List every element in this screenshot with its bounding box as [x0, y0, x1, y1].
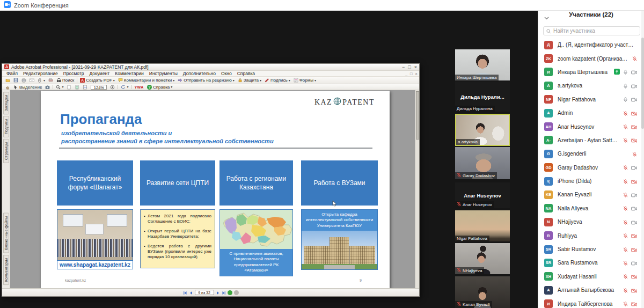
participant-row[interactable]: AАлтынай Батырбекова: [538, 283, 641, 297]
video-tile-6[interactable]: Nigar Fattahova: [455, 210, 510, 241]
menu-5[interactable]: Комментарии: [112, 71, 147, 76]
doc-minimize-button[interactable]: _: [405, 71, 407, 76]
participant-row[interactable]: RRuhiyya: [538, 229, 641, 242]
first-page-button[interactable]: [183, 288, 187, 297]
document-scrollbar[interactable]: [415, 90, 419, 288]
tb2-page-width[interactable]: [81, 84, 89, 90]
tb1-print-color[interactable]: [47, 77, 55, 84]
participant-row[interactable]: SRSabir Rustamov: [538, 243, 641, 256]
participant-status-icons: [623, 122, 637, 131]
participant-name: Kanan Eyvazli: [558, 192, 620, 197]
search-input[interactable]: [553, 28, 637, 34]
view-mode-alt-icon[interactable]: [234, 290, 239, 295]
tb2-hand[interactable]: [4, 84, 12, 90]
participant-row[interactable]: ИИнкара Шертышева: [538, 65, 641, 79]
tb1-label: Создать PDF: [86, 78, 112, 83]
nav-tab-1[interactable]: Закладки: [3, 92, 9, 114]
page-indicator[interactable]: 9 из 32: [195, 290, 214, 295]
menu-4[interactable]: Документ: [87, 71, 113, 76]
tb1-save[interactable]: [12, 77, 20, 84]
maximize-button[interactable]: □: [408, 65, 411, 70]
tb2-zoom-value[interactable]: 124%: [91, 85, 107, 90]
video-tile-1[interactable]: Инкара Шертышева: [455, 49, 510, 80]
last-page-button[interactable]: [222, 288, 226, 297]
tb1-paperclip[interactable]: ▾: [36, 77, 47, 84]
participant-row[interactable]: ZKzoom kazpatent (Организатор): [538, 52, 641, 65]
menu-2[interactable]: Редактирование: [20, 71, 61, 76]
tb1-review[interactable]: Отправить на рецензию▾: [176, 77, 236, 84]
view-mode-icon[interactable]: [228, 290, 232, 295]
nav-tab-3[interactable]: Страницы: [3, 139, 9, 163]
participant-row[interactable]: AAdmin: [538, 106, 641, 120]
menu-3[interactable]: Просмотр: [61, 71, 87, 76]
menu-1[interactable]: Файл: [4, 71, 20, 76]
tb2-page-fit[interactable]: [73, 84, 81, 90]
avatar: KE: [544, 190, 553, 199]
participants-scrollbar[interactable]: [641, 0, 644, 308]
mic-muted-icon: [623, 122, 628, 131]
avatar: XH: [544, 272, 553, 281]
participant-row[interactable]: KEKanan Eyvazli: [538, 188, 641, 201]
tb2-button-13[interactable]: YWA: [133, 84, 145, 90]
participant-row[interactable]: ДД.. (Я, идентификатор участника: 447846…: [538, 38, 641, 52]
participant-row[interactable]: GDGaray Dadashov: [538, 161, 641, 174]
tb1-lock[interactable]: Защита▾: [236, 77, 263, 84]
participant-name: Алтынай Батырбекова: [558, 287, 620, 293]
participant-row[interactable]: NNHajiyeva: [538, 215, 641, 229]
tb2-help[interactable]: ?Справка▾: [145, 84, 174, 90]
tb1-pen[interactable]: Подпись▾: [263, 77, 292, 84]
tb2-zoom-in[interactable]: [108, 84, 116, 90]
avatar: NA: [544, 204, 553, 212]
nav-tab-bottom-2[interactable]: Комментарии: [3, 255, 9, 285]
tb2-rotate[interactable]: ▾: [119, 84, 130, 90]
tile-name-text: Kanan Eyvazli: [463, 302, 490, 307]
menu-6[interactable]: Инструменты: [147, 71, 180, 76]
tb2-select-arrow[interactable]: Выделение: [12, 84, 43, 90]
mic-muted-icon: [623, 299, 628, 308]
tb2-zoom-level[interactable]: 124%: [89, 84, 108, 90]
participant-row[interactable]: NFNigar Fattahova: [538, 93, 641, 106]
menu-8[interactable]: Окно: [218, 71, 235, 76]
participant-row[interactable]: XHXudayat Hasanli: [538, 270, 641, 283]
doc-restore-button[interactable]: □: [410, 71, 413, 76]
participant-row[interactable]: GG.isgenderli: [538, 147, 641, 160]
video-tile-5[interactable]: Anar HuseynovAnar Huseynov: [455, 182, 510, 208]
tb1-comment[interactable]: Комментарии и пометки▾: [116, 77, 176, 84]
tb1-open-folder[interactable]: [4, 77, 12, 84]
participant-row[interactable]: A-Azerbaijan - Aytan Sattarzada: [538, 134, 641, 147]
next-page-button[interactable]: [216, 288, 220, 297]
participant-row[interactable]: ИИндира Тайбергенова: [538, 297, 641, 308]
participant-row[interactable]: SRSara Rustamova: [538, 256, 641, 269]
acrobat-toolbar-tasks: ▾ПоискСоздать PDF▾Комментарии и пометки▾…: [2, 77, 419, 84]
participant-row[interactable]: AHAnar Huseynov: [538, 120, 641, 133]
participant-search[interactable]: [543, 26, 640, 35]
participant-row[interactable]: I(iPhone (Dilda): [538, 174, 641, 188]
doc-close-button[interactable]: ×: [415, 71, 418, 76]
video-tile-7[interactable]: NHajiyeva: [455, 243, 510, 274]
menu-7[interactable]: Дополнительно: [180, 71, 218, 76]
video-tile-2[interactable]: Дильда Нурали...Дильда Нуралина: [455, 82, 510, 112]
minimize-button[interactable]: −: [402, 65, 405, 70]
close-button[interactable]: ×: [414, 65, 417, 70]
tb2-page-actual[interactable]: [65, 84, 73, 90]
nav-tab-bottom-1[interactable]: Вложенные файлы: [3, 213, 9, 253]
participant-row[interactable]: NANaila Aliyeva: [538, 202, 641, 215]
participant-row[interactable]: Aa.artykova: [538, 79, 641, 92]
tb1-binoculars[interactable]: Поиск: [55, 77, 76, 84]
video-tile-4[interactable]: Garay Dadashov: [455, 147, 510, 179]
tb1-email[interactable]: [28, 77, 36, 84]
menu-9[interactable]: Справка: [235, 71, 258, 76]
video-tile-3[interactable]: a.artykova: [455, 114, 510, 146]
tb1-pdf[interactable]: Создать PDF▾: [78, 77, 116, 84]
tb1-form[interactable]: Формы▾: [292, 77, 318, 84]
acrobat-document-area: KAZ PATENT Пропаганда изобретательской д…: [10, 90, 419, 288]
previous-page-button[interactable]: [189, 288, 193, 297]
video-tile-8[interactable]: Kanan Eyvazli: [455, 276, 510, 308]
camera-icon: [631, 81, 637, 91]
tb2-snapshot[interactable]: [43, 84, 52, 90]
participant-name: Инкара Шертышева: [558, 69, 611, 75]
tb2-zoom-magnifier[interactable]: ▾: [54, 84, 65, 90]
tb1-print[interactable]: [20, 77, 28, 84]
chevron-down-icon: ▾: [171, 85, 172, 89]
nav-tab-2[interactable]: Подписи: [3, 116, 9, 137]
